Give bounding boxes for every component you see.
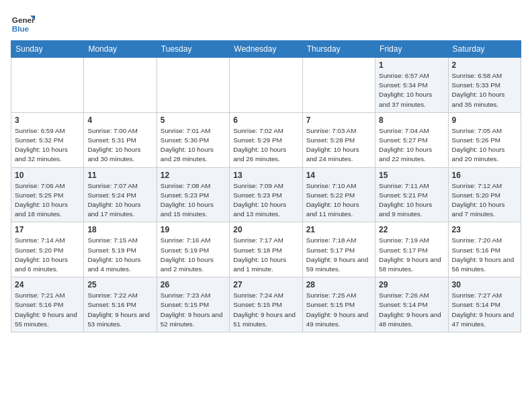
day-cell: 6Sunrise: 7:02 AM Sunset: 5:29 PM Daylig… [230, 112, 302, 167]
day-cell: 17Sunrise: 7:14 AM Sunset: 5:20 PM Dayli… [11, 222, 84, 277]
day-cell: 26Sunrise: 7:23 AM Sunset: 5:15 PM Dayli… [157, 277, 229, 332]
day-cell: 1Sunrise: 6:57 AM Sunset: 5:34 PM Daylig… [375, 58, 448, 113]
day-cell: 16Sunrise: 7:12 AM Sunset: 5:20 PM Dayli… [448, 167, 521, 222]
day-number: 6 [233, 116, 298, 125]
week-row-1: 1Sunrise: 6:57 AM Sunset: 5:34 PM Daylig… [11, 58, 521, 113]
day-info: Sunrise: 7:00 AM Sunset: 5:31 PM Dayligh… [87, 126, 152, 165]
day-info: Sunrise: 7:26 AM Sunset: 5:14 PM Dayligh… [379, 291, 444, 329]
day-info: Sunrise: 6:57 AM Sunset: 5:34 PM Dayligh… [379, 71, 444, 109]
day-number: 25 [87, 280, 152, 289]
day-cell: 10Sunrise: 7:06 AM Sunset: 5:25 PM Dayli… [11, 167, 84, 222]
day-info: Sunrise: 7:05 AM Sunset: 5:26 PM Dayligh… [452, 126, 517, 165]
day-number: 15 [379, 171, 444, 180]
day-number: 5 [161, 116, 226, 125]
logo-icon: General Blue [11, 11, 35, 35]
day-number: 8 [379, 116, 444, 125]
day-cell: 20Sunrise: 7:17 AM Sunset: 5:18 PM Dayli… [230, 222, 302, 277]
day-cell: 18Sunrise: 7:15 AM Sunset: 5:19 PM Dayli… [84, 222, 157, 277]
week-row-5: 24Sunrise: 7:21 AM Sunset: 5:16 PM Dayli… [11, 277, 521, 332]
day-number: 13 [233, 171, 298, 180]
page-header: General Blue [11, 11, 521, 35]
day-number: 29 [379, 280, 444, 289]
day-cell [157, 58, 229, 113]
day-info: Sunrise: 7:04 AM Sunset: 5:27 PM Dayligh… [379, 126, 444, 165]
day-info: Sunrise: 7:20 AM Sunset: 5:16 PM Dayligh… [452, 236, 517, 274]
day-number: 19 [161, 225, 226, 234]
day-info: Sunrise: 7:07 AM Sunset: 5:24 PM Dayligh… [87, 181, 152, 220]
day-number: 1 [379, 60, 444, 70]
day-cell: 4Sunrise: 7:00 AM Sunset: 5:31 PM Daylig… [84, 112, 157, 167]
day-info: Sunrise: 7:15 AM Sunset: 5:19 PM Dayligh… [87, 236, 152, 274]
day-cell: 21Sunrise: 7:18 AM Sunset: 5:17 PM Dayli… [302, 222, 375, 277]
day-cell [84, 58, 157, 113]
day-number: 20 [233, 225, 298, 234]
day-cell [302, 58, 375, 113]
day-number: 16 [452, 171, 517, 180]
calendar-body: 1Sunrise: 6:57 AM Sunset: 5:34 PM Daylig… [11, 58, 521, 332]
day-cell: 3Sunrise: 6:59 AM Sunset: 5:32 PM Daylig… [11, 112, 84, 167]
day-number: 23 [452, 225, 517, 234]
day-cell: 2Sunrise: 6:58 AM Sunset: 5:33 PM Daylig… [448, 58, 521, 113]
day-info: Sunrise: 7:19 AM Sunset: 5:17 PM Dayligh… [379, 236, 444, 274]
day-cell: 15Sunrise: 7:11 AM Sunset: 5:21 PM Dayli… [375, 167, 448, 222]
day-cell: 27Sunrise: 7:24 AM Sunset: 5:15 PM Dayli… [230, 277, 302, 332]
day-info: Sunrise: 7:27 AM Sunset: 5:14 PM Dayligh… [452, 291, 517, 329]
day-info: Sunrise: 7:25 AM Sunset: 5:15 PM Dayligh… [306, 291, 371, 329]
day-info: Sunrise: 7:02 AM Sunset: 5:29 PM Dayligh… [233, 126, 298, 165]
day-cell [11, 58, 84, 113]
week-row-3: 10Sunrise: 7:06 AM Sunset: 5:25 PM Dayli… [11, 167, 521, 222]
day-cell: 14Sunrise: 7:10 AM Sunset: 5:22 PM Dayli… [302, 167, 375, 222]
day-number: 26 [161, 280, 226, 289]
day-info: Sunrise: 7:03 AM Sunset: 5:28 PM Dayligh… [306, 126, 371, 165]
calendar-table: SundayMondayTuesdayWednesdayThursdayFrid… [11, 40, 521, 332]
weekday-header-friday: Friday [375, 41, 448, 58]
day-info: Sunrise: 7:23 AM Sunset: 5:15 PM Dayligh… [161, 291, 226, 329]
calendar-header: SundayMondayTuesdayWednesdayThursdayFrid… [11, 41, 521, 58]
day-info: Sunrise: 7:24 AM Sunset: 5:15 PM Dayligh… [233, 291, 298, 329]
day-cell: 5Sunrise: 7:01 AM Sunset: 5:30 PM Daylig… [157, 112, 229, 167]
weekday-header-tuesday: Tuesday [157, 41, 229, 58]
day-cell: 25Sunrise: 7:22 AM Sunset: 5:16 PM Dayli… [84, 277, 157, 332]
day-number: 21 [306, 225, 371, 234]
day-cell: 22Sunrise: 7:19 AM Sunset: 5:17 PM Dayli… [375, 222, 448, 277]
day-number: 24 [15, 280, 80, 289]
day-number: 27 [233, 280, 298, 289]
day-number: 30 [452, 280, 517, 289]
day-info: Sunrise: 7:14 AM Sunset: 5:20 PM Dayligh… [15, 236, 80, 274]
day-info: Sunrise: 6:58 AM Sunset: 5:33 PM Dayligh… [452, 71, 517, 109]
day-number: 3 [15, 116, 80, 125]
day-cell: 28Sunrise: 7:25 AM Sunset: 5:15 PM Dayli… [302, 277, 375, 332]
day-number: 18 [87, 225, 152, 234]
day-number: 22 [379, 225, 444, 234]
day-info: Sunrise: 7:01 AM Sunset: 5:30 PM Dayligh… [161, 126, 226, 165]
day-number: 4 [87, 116, 152, 125]
day-number: 9 [452, 116, 517, 125]
day-cell: 7Sunrise: 7:03 AM Sunset: 5:28 PM Daylig… [302, 112, 375, 167]
weekday-header-monday: Monday [84, 41, 157, 58]
day-cell: 29Sunrise: 7:26 AM Sunset: 5:14 PM Dayli… [375, 277, 448, 332]
day-info: Sunrise: 7:11 AM Sunset: 5:21 PM Dayligh… [379, 181, 444, 220]
svg-text:Blue: Blue [12, 24, 30, 33]
day-cell: 30Sunrise: 7:27 AM Sunset: 5:14 PM Dayli… [448, 277, 521, 332]
day-info: Sunrise: 7:10 AM Sunset: 5:22 PM Dayligh… [306, 181, 371, 220]
day-cell: 19Sunrise: 7:16 AM Sunset: 5:19 PM Dayli… [157, 222, 229, 277]
weekday-header-thursday: Thursday [302, 41, 375, 58]
weekday-row: SundayMondayTuesdayWednesdayThursdayFrid… [11, 41, 521, 58]
day-info: Sunrise: 7:18 AM Sunset: 5:17 PM Dayligh… [306, 236, 371, 274]
day-cell: 24Sunrise: 7:21 AM Sunset: 5:16 PM Dayli… [11, 277, 84, 332]
day-number: 10 [15, 171, 80, 180]
weekday-header-saturday: Saturday [448, 41, 521, 58]
day-info: Sunrise: 6:59 AM Sunset: 5:32 PM Dayligh… [15, 126, 80, 165]
logo: General Blue [11, 11, 35, 35]
day-info: Sunrise: 7:09 AM Sunset: 5:23 PM Dayligh… [233, 181, 298, 220]
weekday-header-wednesday: Wednesday [230, 41, 302, 58]
day-cell [230, 58, 302, 113]
day-number: 11 [87, 171, 152, 180]
day-number: 17 [15, 225, 80, 234]
day-cell: 12Sunrise: 7:08 AM Sunset: 5:23 PM Dayli… [157, 167, 229, 222]
day-cell: 8Sunrise: 7:04 AM Sunset: 5:27 PM Daylig… [375, 112, 448, 167]
weekday-header-sunday: Sunday [11, 41, 84, 58]
day-number: 7 [306, 116, 371, 125]
day-cell: 11Sunrise: 7:07 AM Sunset: 5:24 PM Dayli… [84, 167, 157, 222]
week-row-4: 17Sunrise: 7:14 AM Sunset: 5:20 PM Dayli… [11, 222, 521, 277]
